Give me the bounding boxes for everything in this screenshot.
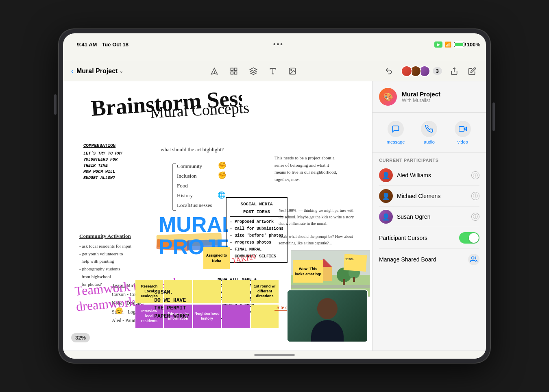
avatar-1 [401,65,412,77]
susan-avatar: 👤 [379,210,393,224]
svg-text:History: History [177,192,193,198]
sticky-empty-4 [222,305,250,328]
participant-cursors-toggle[interactable] [459,232,479,244]
svg-text:✊: ✊ [218,161,227,170]
aled-avatar: 👤 [379,168,393,182]
ipad-frame: 9:41 AM Tue Oct 18 ••• ▶ 📶 100% ‹ [59,29,490,363]
video-call-icon [455,121,471,137]
battery-icon [454,42,464,47]
edit-button[interactable] [466,65,478,77]
text-icon[interactable] [267,65,279,77]
aled-info-button[interactable]: ⓘ [471,171,479,179]
svg-text:Community: Community [177,163,203,169]
center-dots: ••• [273,41,284,48]
mural-description-text: This needs to be a project about a sense… [274,155,340,183]
status-right: ▶ 📶 100% [434,41,480,48]
susan-note: SUSAN,DO WE HAVETHE PERMITPAPER WORK? [154,288,189,320]
svg-rect-39 [291,285,370,288]
document-title[interactable]: Mural Project ⌄ [76,68,123,75]
svg-text:🌐: 🌐 [218,191,226,199]
participant-row-michael: 👤 Michael Clemens ⓘ [373,186,486,206]
undo-button[interactable] [383,65,394,77]
svg-rect-40 [344,254,367,272]
audio-label: audio [424,139,435,144]
svg-text:Food: Food [177,183,188,189]
battery-label: 100% [467,41,480,48]
svg-text:Mural Concepts: Mural Concepts [150,99,250,121]
audio-button[interactable]: audio [412,118,446,148]
participant-row-aled: 👤 Aled Williams ⓘ [373,165,486,185]
manage-shared-board-icon[interactable] [468,254,479,265]
panel-header: 🎨 Mural Project With Muralist [373,81,486,113]
title-chevron: ⌄ [119,68,123,74]
michael-avatar: 👤 [379,189,393,203]
participant-row-susan: 👤 Susan Ogren ⓘ [373,207,486,227]
toolbar-left: ‹ Mural Project ⌄ [71,68,123,75]
svg-text:110%: 110% [345,257,353,261]
message-icon [388,121,404,137]
participants-heading: CURRENT PARTICIPANTS [373,153,486,165]
main-content: Brainstorm Session Mural Concepts COMPEN… [63,81,486,351]
toolbar-right: 3 [383,65,478,77]
panel-project-avatar: 🎨 [379,88,397,106]
panel-project-name: Mural Project [402,91,440,98]
manage-shared-board-row[interactable]: Manage Shared Board [373,249,486,270]
video-icon: ▶ [434,41,442,48]
zoom-badge: 32% [71,333,90,342]
svg-text:MURAL: MURAL [159,213,228,236]
sticky-empty-3 [222,280,250,303]
video-call-thumbnail [287,290,368,342]
michael-info-button[interactable]: ⓘ [471,192,479,200]
toolbar: ‹ Mural Project ⌄ [63,61,486,81]
back-button[interactable]: ‹ [71,68,73,74]
svg-marker-44 [464,127,466,131]
share-button[interactable] [449,65,460,77]
pen-icon[interactable] [209,65,220,77]
participant-cursors-row: Participant Cursors [373,227,486,248]
whiteboard-canvas[interactable]: Brainstorm Session Mural Concepts COMPEN… [63,81,372,351]
svg-rect-36 [343,279,345,285]
toggle-knob [469,233,479,243]
date-display: Tue Oct 18 [102,41,129,48]
video-label: video [458,139,468,144]
svg-rect-2 [231,72,233,74]
panel-with-label: With Muralist [402,98,440,103]
message-button[interactable]: message [379,118,412,148]
susan-name: Susan Ogren [397,213,467,220]
panel-actions: message audio [373,113,486,153]
layers-icon[interactable] [248,65,259,77]
grid-icon[interactable] [228,65,240,77]
status-left: 9:41 AM Tue Oct 18 [77,41,129,48]
home-indicator [63,351,486,359]
collab-count: 3 [433,67,442,75]
sticky-empty-2 [193,280,221,303]
collab-avatars[interactable]: 3 [401,65,442,77]
assigned-to-noha-sticky: Assigned to Noha [203,247,230,269]
svg-point-46 [472,257,474,259]
side-panel: 🎨 Mural Project With Muralist [372,81,486,351]
susan-info-button[interactable]: ⓘ [471,213,479,221]
mural-concepts-title: Mural Concepts [148,98,254,124]
sticky-neighborhood: Neighborhood history [193,305,221,328]
audio-icon [421,121,437,137]
panel-project-info: Mural Project With Muralist [402,91,440,103]
participant-cursors-label: Participant Cursors [379,235,459,241]
compensation-box: COMPENSATION LET'S TRY TO PAYVOLUNTEERS … [83,142,122,181]
svg-text:Inclusion: Inclusion [177,173,197,179]
image-icon[interactable] [287,65,298,77]
status-bar: 9:41 AM Tue Oct 18 ••• ▶ 📶 100% [67,37,486,51]
wow-sticky-note: Wow! This looks amazing! [293,260,323,283]
ipad-screen: 9:41 AM Tue Oct 18 ••• ▶ 📶 100% ‹ [63,33,486,359]
svg-point-8 [290,69,292,70]
wifi-icon: 📶 [445,41,451,48]
aled-name: Aled Williams [397,172,467,179]
svg-rect-3 [234,72,237,74]
home-bar [254,354,295,356]
video-button[interactable]: video [446,118,479,148]
svg-marker-4 [250,68,257,71]
time-display: 9:41 AM [77,41,97,48]
manage-shared-board-label: Manage Shared Board [379,256,468,263]
michael-name: Michael Clemens [397,193,467,199]
svg-rect-38 [353,277,355,282]
video-person [288,290,367,342]
